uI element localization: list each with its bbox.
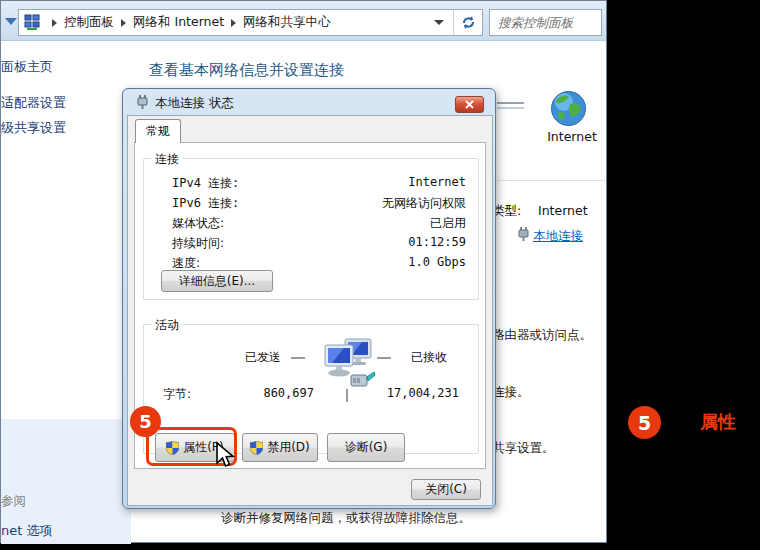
bytes-received-value: 17,004,231 bbox=[379, 386, 459, 400]
breadcrumb-arrow-icon bbox=[52, 19, 57, 27]
connection-group-label: 连接 bbox=[151, 151, 183, 168]
connector-dash bbox=[377, 357, 391, 359]
local-connection-link[interactable]: 本地连接 bbox=[533, 228, 583, 245]
refresh-icon bbox=[461, 15, 476, 30]
access-type-value: Internet bbox=[538, 203, 588, 218]
row-value-ipv4: Internet bbox=[408, 175, 466, 189]
step-badge-callout: 5 bbox=[628, 406, 661, 439]
received-label: 已接收 bbox=[411, 349, 447, 366]
search-input[interactable]: 搜索控制面板 bbox=[489, 9, 602, 36]
sidebar-item-adapter-settings[interactable]: 适配器设置 bbox=[1, 94, 66, 112]
section-divider bbox=[497, 180, 605, 181]
connection-plug-icon bbox=[137, 95, 148, 109]
sent-label: 已发送 bbox=[245, 349, 281, 366]
text-connect-sliver: 连接。 bbox=[492, 384, 530, 401]
connector-dash bbox=[291, 357, 305, 359]
text-troubleshoot: 诊断并修复网络问题，或获得故障排除信息。 bbox=[221, 510, 471, 527]
network-center-icon bbox=[24, 14, 41, 31]
details-button[interactable]: 详细信息(E)... bbox=[161, 270, 273, 292]
breadcrumb-control-panel[interactable]: 控制面板 bbox=[64, 14, 114, 31]
diagnose-button[interactable]: 诊断(G) bbox=[327, 433, 405, 462]
nav-history-chevron-icon[interactable] bbox=[5, 18, 17, 25]
row-label-ipv4: IPv4 连接: bbox=[172, 175, 239, 192]
tab-page-general: 连接 IPv4 连接:Internet IPv6 连接:无网络访问权限 媒体状态… bbox=[134, 142, 486, 469]
address-bar[interactable]: 控制面板 网络和 Internet 网络和共享中心 bbox=[18, 9, 483, 36]
computers-activity-icon bbox=[318, 335, 376, 393]
uac-shield-icon bbox=[250, 441, 263, 455]
bytes-sent-value: 860,697 bbox=[234, 386, 314, 400]
sidebar-see-also-label: 参阅 bbox=[1, 493, 26, 510]
sidebar-item-home[interactable]: 面板主页 bbox=[1, 58, 53, 76]
window-chrome: 控制面板 网络和 Internet 网络和共享中心 bbox=[1, 1, 606, 41]
mouse-cursor-icon bbox=[213, 441, 235, 469]
step-badge-on-dialog: 5 bbox=[130, 406, 161, 437]
diagnose-button-label: 诊断(G) bbox=[345, 439, 388, 456]
page-title: 查看基本网络信息并设置连接 bbox=[149, 61, 344, 80]
tab-general[interactable]: 常规 bbox=[135, 119, 181, 143]
access-type-label: 类型: bbox=[492, 203, 521, 220]
connection-groupbox: 连接 IPv4 连接:Internet IPv6 连接:无网络访问权限 媒体状态… bbox=[143, 158, 479, 300]
close-icon bbox=[465, 100, 474, 109]
row-label-duration: 持续时间: bbox=[172, 235, 224, 252]
disable-button[interactable]: 禁用(D) bbox=[242, 433, 318, 462]
row-label-ipv6: IPv6 连接: bbox=[172, 195, 239, 212]
text-sharing-sliver: 共享设置。 bbox=[492, 440, 555, 457]
row-value-media-state: 已启用 bbox=[430, 215, 466, 232]
close-dialog-button[interactable]: 关闭(C) bbox=[411, 479, 481, 500]
text-router-sliver: 路由器或访问点。 bbox=[492, 327, 592, 344]
dialog-titlebar[interactable]: 本地连接 状态 bbox=[123, 89, 495, 115]
address-dropdown-icon[interactable] bbox=[434, 20, 444, 25]
network-map-line bbox=[497, 102, 524, 104]
row-label-media-state: 媒体状态: bbox=[172, 215, 224, 232]
close-dialog-button-label: 关闭(C) bbox=[425, 481, 467, 498]
bytes-label: 字节: bbox=[163, 386, 191, 403]
breadcrumb-network-internet[interactable]: 网络和 Internet bbox=[133, 14, 224, 31]
row-value-duration: 01:12:59 bbox=[408, 235, 466, 249]
internet-node-label: Internet bbox=[544, 129, 600, 144]
sidebar-item-sharing-settings[interactable]: 级共享设置 bbox=[1, 119, 66, 137]
connection-plug-icon bbox=[518, 227, 529, 241]
network-map-line bbox=[497, 107, 524, 109]
close-button[interactable] bbox=[455, 96, 484, 113]
breadcrumb-arrow-icon bbox=[121, 19, 126, 27]
value-divider bbox=[346, 389, 348, 402]
dialog-title: 本地连接 状态 bbox=[155, 95, 234, 112]
callout-properties-label: 属性 bbox=[700, 410, 736, 434]
activity-group-label: 活动 bbox=[151, 317, 183, 334]
row-value-speed: 1.0 Gbps bbox=[408, 255, 466, 269]
breadcrumb-arrow-icon bbox=[231, 19, 236, 27]
refresh-button[interactable] bbox=[453, 10, 482, 35]
screenshot-root: 控制面板 网络和 Internet 网络和共享中心 bbox=[0, 0, 760, 550]
sidebar: 面板主页 适配器设置 级共享设置 参阅 net 选项 bbox=[1, 42, 131, 544]
internet-globe-icon bbox=[550, 90, 587, 127]
row-value-ipv6: 无网络访问权限 bbox=[382, 195, 466, 212]
breadcrumb-network-sharing[interactable]: 网络和共享中心 bbox=[243, 14, 331, 31]
disable-button-label: 禁用(D) bbox=[267, 439, 310, 456]
sidebar-item-internet-options[interactable]: net 选项 bbox=[1, 522, 52, 540]
